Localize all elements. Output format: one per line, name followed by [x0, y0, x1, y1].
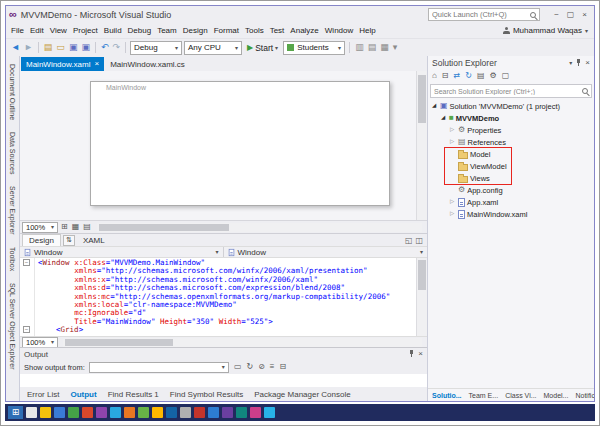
chevron-down-icon[interactable]: ▾	[569, 60, 572, 66]
tool-tab-document-outline[interactable]: Document Outline	[9, 64, 16, 120]
tree-collapsed-arrow-icon[interactable]: ▷	[448, 211, 456, 217]
save-all-icon[interactable]: ▣	[80, 43, 91, 52]
panel-tab-package-manager-console[interactable]: Package Manager Console	[249, 388, 356, 401]
start-button[interactable]: ⊞	[8, 406, 23, 419]
properties-icon[interactable]: ⚙	[489, 72, 498, 80]
tool-tab-server-explorer[interactable]: Server Explorer	[9, 186, 16, 235]
panel-tab-model[interactable]: Model...	[541, 389, 572, 401]
designer-zoom-select[interactable]: 100% ▾	[22, 222, 58, 233]
close-button[interactable]: ×	[578, 9, 591, 21]
redo-icon[interactable]: ↷	[111, 43, 121, 52]
designer-vertical-scrollbar[interactable]	[416, 71, 427, 220]
taskbar-app-icon[interactable]	[250, 407, 261, 418]
panel-tab-error-list[interactable]: Error List	[22, 388, 64, 401]
nav-forward-icon[interactable]: ►	[23, 43, 34, 52]
menu-item-project[interactable]: Project	[70, 25, 101, 36]
taskbar-app-icon[interactable]	[236, 407, 247, 418]
menu-item-build[interactable]: Build	[101, 25, 125, 36]
taskbar-app-icon[interactable]	[96, 407, 107, 418]
tree-expanded-arrow-icon[interactable]: ◢	[430, 103, 438, 109]
expand-pane-icon[interactable]: ◱	[405, 236, 413, 245]
tree-item-references[interactable]: ▷▤References	[428, 136, 594, 148]
show-all-files-icon[interactable]: ▤	[476, 72, 486, 80]
tool-tab-sql-server-object-explorer[interactable]: SQL Server Object Explorer	[9, 283, 16, 370]
taskbar-app-icon[interactable]	[124, 407, 135, 418]
start-debug-button[interactable]: ▶ Start ▾	[244, 43, 281, 53]
close-tab-icon[interactable]: ×	[94, 60, 99, 68]
tree-item-views[interactable]: Views	[428, 172, 594, 184]
tree-expanded-arrow-icon[interactable]: ◢	[439, 115, 447, 121]
scrollbar-thumb[interactable]	[418, 75, 426, 123]
taskbar-app-icon[interactable]	[208, 407, 219, 418]
document-tab-mainwindow-xaml-cs[interactable]: MainWindow.xaml.cs	[105, 57, 190, 71]
taskbar-app-icon[interactable]	[26, 407, 37, 418]
taskbar-app-icon[interactable]	[82, 407, 93, 418]
word-wrap-icon[interactable]: ≡	[269, 363, 276, 371]
editor-vertical-scrollbar[interactable]	[416, 258, 427, 336]
panel-tab-solutio[interactable]: Solutio...	[429, 389, 465, 401]
refresh-icon[interactable]: ↻	[464, 72, 473, 80]
new-file-icon[interactable]: ▤	[43, 43, 54, 52]
menu-item-help[interactable]: Help	[356, 25, 378, 36]
find-in-files-icon[interactable]: ▥	[354, 43, 365, 52]
taskbar-app-icon[interactable]	[54, 407, 65, 418]
tree-item-properties[interactable]: ▷⚙Properties	[428, 124, 594, 136]
tree-item-viewmodel[interactable]: ViewModel	[428, 160, 594, 172]
minimize-button[interactable]: −	[550, 9, 563, 21]
taskbar-app-icon[interactable]	[138, 407, 149, 418]
design-artboard[interactable]: MainWindow	[90, 81, 390, 206]
vertical-split-icon[interactable]: ◫	[415, 236, 423, 245]
taskbar-app-icon[interactable]	[264, 407, 275, 418]
menu-item-design[interactable]: Design	[180, 25, 211, 36]
autoscroll-icon[interactable]: ⊟	[279, 363, 288, 371]
solution-explorer-icon[interactable]: ▤	[367, 43, 378, 52]
tree-collapsed-arrow-icon[interactable]: ▷	[448, 199, 456, 205]
close-icon[interactable]: ×	[585, 59, 590, 67]
taskbar-app-icon[interactable]	[152, 407, 163, 418]
fold-collapse-icon[interactable]: −	[23, 326, 30, 333]
tree-item-app-config[interactable]: ⚙App.config	[428, 184, 594, 196]
tool-tab-data-sources[interactable]: Data Sources	[9, 132, 16, 174]
output-content[interactable]	[20, 374, 427, 387]
menu-item-team[interactable]: Team	[154, 25, 180, 36]
menu-item-edit[interactable]: Edit	[27, 25, 47, 36]
output-source-select[interactable]: ▾	[89, 362, 229, 373]
xaml-editor[interactable]: − − <Window x:Class="MVVMDemo.MainWindow…	[20, 258, 427, 336]
close-icon[interactable]: ×	[418, 350, 423, 358]
collapse-all-icon[interactable]: ⊟	[441, 72, 450, 80]
tree-collapsed-arrow-icon[interactable]: ▷	[448, 139, 456, 145]
swap-panes-button[interactable]: ⇅	[63, 235, 75, 246]
panel-tab-find-results-1[interactable]: Find Results 1	[103, 388, 164, 401]
taskbar-app-icon[interactable]	[180, 407, 191, 418]
refresh-output-icon[interactable]: ↻	[245, 363, 254, 371]
taskbar-app-icon[interactable]	[40, 407, 51, 418]
tree-item-model[interactable]: Model	[428, 148, 594, 160]
design-canvas[interactable]: MainWindow	[20, 71, 416, 220]
designer-horizontal-scrollbar[interactable]	[97, 223, 422, 232]
menu-item-tools[interactable]: Tools	[242, 25, 267, 36]
panel-tab-notific[interactable]: Notific...	[572, 389, 595, 401]
menu-item-view[interactable]: View	[47, 25, 70, 36]
quick-launch-input[interactable]: Quick Launch (Ctrl+Q)	[428, 8, 540, 21]
scrollbar-thumb[interactable]	[418, 260, 426, 290]
panel-tab-output[interactable]: Output	[65, 388, 101, 401]
zoom-fit-icon[interactable]: ⊞	[60, 223, 69, 231]
snap-grid-icon[interactable]: ▤	[82, 223, 92, 231]
editor-zoom-select[interactable]: 100% ▾	[22, 337, 58, 348]
solution-configuration-select[interactable]: Debug ▾	[130, 41, 182, 55]
taskbar-app-icon[interactable]	[222, 407, 233, 418]
menu-item-test[interactable]: Test	[267, 25, 288, 36]
panel-tab-class-vi[interactable]: Class Vi...	[502, 389, 539, 401]
tree-item-solution-mvvmdemo-1-project[interactable]: ◢▣Solution 'MVVMDemo' (1 project)	[428, 100, 594, 112]
fold-collapse-icon[interactable]: −	[23, 259, 30, 266]
pin-icon[interactable]	[409, 350, 414, 358]
taskbar-app-icon[interactable]	[166, 407, 177, 418]
taskbar-app-icon[interactable]	[110, 407, 121, 418]
editor-horizontal-scrollbar[interactable]	[63, 338, 422, 347]
tree-item-mainwindow-xaml[interactable]: ▷MainWindow.xaml	[428, 208, 594, 220]
nav-back-icon[interactable]: ◄	[10, 43, 21, 52]
xaml-view-tab[interactable]: XAML	[77, 234, 111, 246]
document-tab-mainwindow-xaml[interactable]: MainWindow.xaml×	[21, 57, 104, 71]
tree-collapsed-arrow-icon[interactable]: ▷	[448, 127, 456, 133]
menu-item-analyze[interactable]: Analyze	[287, 25, 321, 36]
